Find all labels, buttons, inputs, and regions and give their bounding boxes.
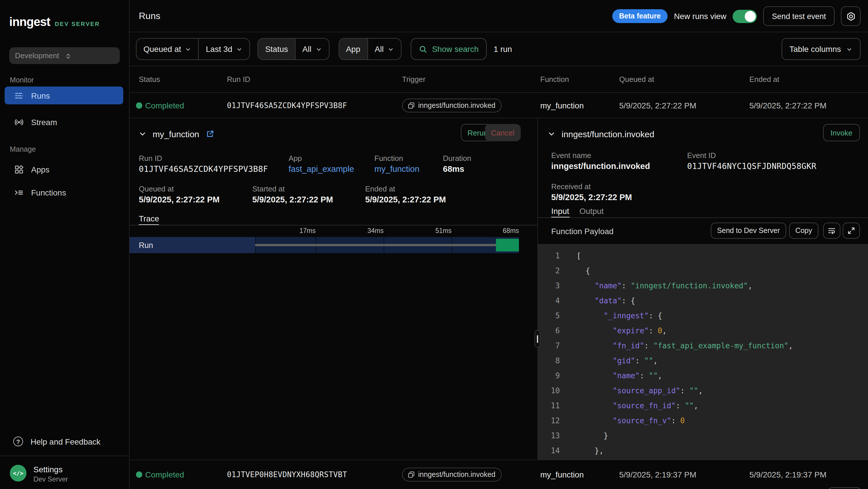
settings-gear-button[interactable] — [841, 6, 861, 26]
payload-code: 1[2 {3 "name": "inngest/function.invoked… — [538, 244, 868, 460]
logo: inngest DEV SERVER — [9, 15, 100, 29]
apps-icon — [14, 165, 24, 174]
toggle-knob — [745, 11, 756, 22]
code-line: 10 "source_app_id": "", — [538, 383, 868, 399]
chevron-down-icon — [846, 46, 852, 52]
trace-run-label: Run — [139, 241, 153, 250]
app-filter-value[interactable]: All — [367, 39, 401, 59]
runs-table-header: Status Run ID Trigger Function Queued at… — [130, 66, 868, 93]
logo-wordmark: inngest — [9, 15, 50, 29]
function-payload-title: Function Payload — [551, 227, 613, 236]
help-icon: ? — [13, 436, 23, 446]
sidebar-item-label: Functions — [31, 188, 66, 197]
page-title: Runs — [139, 11, 160, 21]
event-title: inngest/function.invoked — [562, 129, 654, 139]
help-and-feedback[interactable]: ? Help and Feedback — [5, 434, 123, 449]
updown-chevron-icon — [64, 53, 114, 59]
status-badge: Completed — [145, 470, 184, 479]
tab-output[interactable]: Output — [580, 206, 603, 216]
table-row[interactable]: Completed 01JTVEP0H8EVDNYXH68QRSTVBT inn… — [130, 460, 868, 489]
sidebar-item-label: Stream — [31, 117, 57, 126]
column-header-trigger: Trigger — [402, 75, 425, 84]
time-range-filter[interactable]: Last 3d — [198, 39, 250, 59]
filter-bar: Queued at Last 3d Status All App — [130, 32, 868, 66]
new-runs-view-label: New runs view — [674, 11, 726, 21]
send-test-event-button[interactable]: Send test event — [763, 6, 835, 26]
status-dot — [136, 471, 142, 478]
app-filter-group: App All — [338, 38, 401, 60]
started-at-value: 5/9/2025, 2:27:22 PM — [252, 195, 333, 204]
environment-selector-value: Development — [15, 51, 64, 60]
environment-selector[interactable]: Development — [9, 47, 120, 64]
trace-tabbar-divider — [130, 225, 537, 226]
external-link-icon[interactable] — [206, 130, 214, 138]
run-id-cell: 01JTVF46SA5ZCDK4YPFSPV3B8F — [227, 101, 347, 110]
queued-at-filter[interactable]: Queued at — [136, 39, 198, 59]
io-tabbar-divider — [538, 218, 868, 218]
run-details-panel: my_function Rerun Cancel Run ID 01JTVF46… — [130, 118, 537, 460]
collapse-chevron-icon[interactable] — [139, 130, 146, 138]
ended-at-value: 5/9/2025, 2:27:22 PM — [365, 195, 446, 204]
show-search-button[interactable]: Show search — [411, 38, 487, 60]
function-link[interactable]: my_function — [374, 164, 419, 174]
trace-tick: 34ms — [348, 227, 383, 234]
event-id-value: 01JTVF46NYC1QSFJDNRDQ58GKR — [687, 162, 816, 171]
trace-run-row[interactable]: Run — [130, 237, 519, 253]
tab-input[interactable]: Input — [551, 206, 569, 216]
status-filter-label: Status — [258, 39, 295, 59]
runs-icon — [14, 91, 24, 100]
table-columns-button[interactable]: Table columns — [781, 38, 861, 60]
sidebar-item-label: Runs — [31, 91, 50, 100]
chevron-down-icon — [388, 46, 394, 52]
invoke-button[interactable]: Invoke — [823, 124, 860, 141]
code-line: 3 "name": "inngest/function.invoked", — [538, 279, 868, 293]
duration-value: 68ms — [443, 164, 464, 174]
partial-button[interactable] — [828, 487, 861, 489]
sidebar-item-runs[interactable]: Runs — [5, 86, 123, 104]
status-filter-value[interactable]: All — [295, 39, 329, 59]
sidebar-item-stream[interactable]: Stream — [5, 113, 123, 131]
trace-wait-line — [255, 244, 497, 246]
cancel-button[interactable]: Cancel — [485, 124, 521, 141]
settings-entry[interactable]: </> Settings Dev Server — [10, 465, 68, 483]
event-type-icon — [408, 102, 415, 109]
column-header-queued-at: Queued at — [619, 75, 654, 84]
pane-divider — [537, 118, 538, 460]
queued-at-cell: 5/9/2025, 2:19:37 PM — [619, 470, 696, 479]
tab-trace[interactable]: Trace — [139, 214, 159, 223]
word-wrap-button[interactable] — [823, 223, 840, 239]
started-at-label: Started at — [252, 184, 285, 193]
sidebar-item-apps[interactable]: Apps — [5, 160, 123, 178]
chevron-down-icon — [237, 46, 243, 52]
expand-button[interactable] — [843, 223, 860, 239]
sidebar-divider — [0, 456, 130, 456]
word-wrap-icon — [828, 227, 836, 235]
sidebar: inngest DEV SERVER Development Monitor R… — [0, 0, 130, 489]
send-to-dev-server-button[interactable]: Send to Dev Server — [711, 223, 786, 239]
trace-tick: 68ms — [483, 227, 519, 234]
top-bar: Runs Beta feature New runs view Send tes… — [130, 0, 868, 32]
column-header-function: Function — [540, 75, 569, 84]
code-line: 13 } — [538, 428, 868, 443]
app-label: App — [288, 154, 302, 163]
run-count: 1 run — [494, 45, 512, 54]
event-type-icon — [408, 471, 415, 478]
copy-button[interactable]: Copy — [789, 223, 818, 239]
run-id-value: 01JTVF46SA5ZCDK4YPFSPV3B8F — [139, 164, 268, 174]
event-name-label: Event name — [551, 151, 591, 160]
run-title: my_function — [153, 129, 199, 139]
column-header-status: Status — [139, 75, 160, 84]
new-runs-view-toggle[interactable] — [733, 9, 757, 23]
app-link[interactable]: fast_api_example — [288, 164, 354, 174]
event-details-panel: inngest/function.invoked Invoke Event na… — [538, 118, 868, 460]
run-id-cell: 01JTVEP0H8EVDNYXH68QRSTVBT — [227, 470, 347, 479]
sidebar-item-functions[interactable]: Functions — [5, 183, 123, 201]
code-line: 11 "source_fn_id": "", — [538, 399, 868, 413]
table-row[interactable]: Completed 01JTVF46SA5ZCDK4YPFSPV3B8F inn… — [130, 93, 868, 118]
duration-label: Duration — [443, 154, 471, 163]
sidebar-item-label: Apps — [31, 165, 50, 174]
pane-resize-handle[interactable] — [534, 330, 540, 348]
trace-execution-span — [496, 239, 519, 252]
help-label: Help and Feedback — [31, 437, 100, 446]
collapse-chevron-icon[interactable] — [548, 130, 555, 138]
